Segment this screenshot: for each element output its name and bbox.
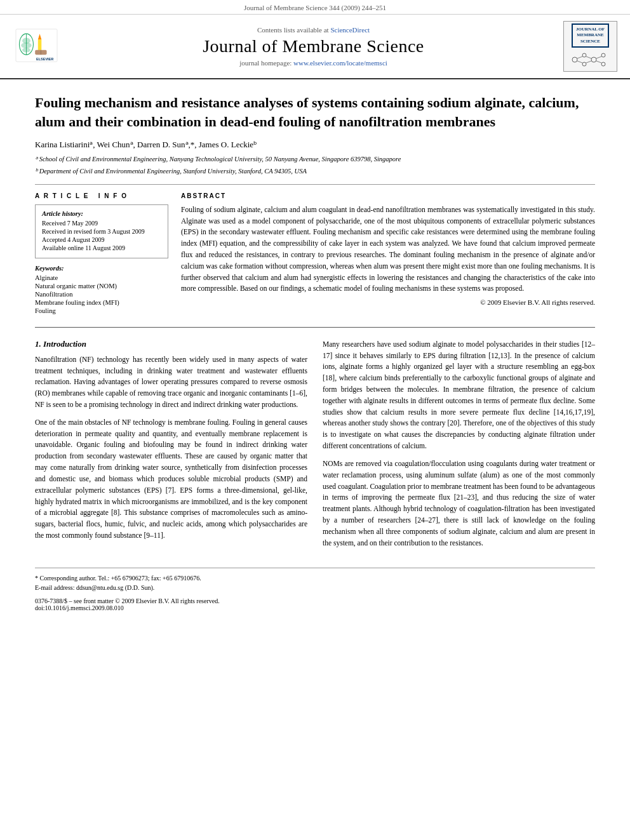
- body-left-col: 1. Introduction Nanofiltration (NF) tech…: [35, 339, 307, 556]
- svg-text:ELSEVIER: ELSEVIER: [36, 57, 53, 61]
- contents-prefix: Contents lists available at: [257, 26, 330, 34]
- elsevier-logo: ELSEVIER: [13, 28, 64, 65]
- intro-p2: One of the main obstacles of NF technolo…: [35, 417, 307, 542]
- keyword-5: Fouling: [35, 307, 168, 314]
- right-column: ABSTRACT Fouling of sodium alginate, cal…: [181, 192, 595, 316]
- svg-point-14: [591, 57, 596, 62]
- body-divider: [35, 327, 595, 328]
- journal-header: ELSEVIER Contents lists available at Sci…: [0, 15, 630, 79]
- keyword-3: Nanofiltration: [35, 291, 168, 298]
- svg-point-16: [601, 62, 605, 66]
- journal-homepage: journal homepage: www.elsevier.com/locat…: [64, 59, 563, 67]
- article-info-header: A R T I C L E I N F O: [35, 192, 168, 199]
- keyword-2: Natural organic matter (NOM): [35, 283, 168, 290]
- affiliation-a: ᵃ School of Civil and Environmental Engi…: [35, 155, 595, 164]
- intro-p1: Nanofiltration (NF) technology has recen…: [35, 354, 307, 411]
- left-column: A R T I C L E I N F O Article history: R…: [35, 192, 168, 316]
- footnote-star-text: * Corresponding author. Tel.: +65 679062…: [35, 573, 595, 583]
- footnote-section: * Corresponding author. Tel.: +65 679062…: [35, 568, 595, 592]
- issn-line: 0376-7388/$ – see front matter © 2009 El…: [35, 597, 595, 604]
- homepage-prefix: journal homepage:: [239, 59, 293, 67]
- authors-line: Karina Listiariniᵃ, Wei Chunᵃ, Darren D.…: [35, 140, 595, 150]
- journal-logo-right: journal of MEMBRANE SCIENCE: [563, 21, 617, 72]
- online-date: Available online 11 August 2009: [42, 244, 161, 251]
- journal-title: Journal of Membrane Science: [64, 36, 563, 57]
- svg-point-11: [572, 57, 577, 62]
- affiliation-b: ᵇ Department of Civil and Environmental …: [35, 167, 595, 177]
- svg-line-17: [577, 57, 582, 58]
- received-date: Received 7 May 2009: [42, 220, 161, 227]
- svg-rect-6: [38, 39, 42, 50]
- footnote-email: E-mail address: ddsun@ntu.edu.sg (D.D. S…: [35, 583, 595, 592]
- paper-content: Fouling mechanism and resistance analyse…: [0, 93, 630, 611]
- keyword-1: Alginate: [35, 274, 168, 281]
- bottom-issn: 0376-7388/$ – see front matter © 2009 El…: [35, 597, 595, 611]
- svg-point-13: [582, 62, 586, 66]
- accepted-date: Accepted 4 August 2009: [42, 236, 161, 243]
- svg-line-20: [586, 61, 591, 63]
- sciencedirect-link[interactable]: ScienceDirect: [330, 26, 370, 34]
- copyright-line: © 2009 Elsevier B.V. All rights reserved…: [181, 298, 595, 306]
- body-section: 1. Introduction Nanofiltration (NF) tech…: [35, 339, 595, 556]
- svg-marker-7: [38, 34, 42, 39]
- svg-line-22: [596, 61, 601, 63]
- top-citation-bar: Journal of Membrane Science 344 (2009) 2…: [0, 0, 630, 15]
- section1-title: 1. Introduction: [35, 339, 307, 349]
- svg-line-19: [586, 57, 591, 58]
- keywords-section: Keywords: Alginate Natural organic matte…: [35, 265, 168, 314]
- divider-1: [35, 184, 595, 185]
- logo-line2: MEMBRANE: [576, 32, 605, 38]
- logo-line3: SCIENCE: [576, 39, 605, 44]
- svg-line-18: [577, 61, 582, 63]
- homepage-link[interactable]: www.elsevier.com/locate/memsci: [293, 59, 387, 67]
- article-history-box: Article history: Received 7 May 2009 Rec…: [35, 204, 168, 258]
- svg-line-21: [596, 57, 601, 58]
- article-history-label: Article history:: [42, 210, 161, 217]
- revised-date: Received in revised form 3 August 2009: [42, 228, 161, 235]
- keywords-label: Keywords:: [35, 265, 168, 272]
- contents-line: Contents lists available at ScienceDirec…: [64, 26, 563, 34]
- logo-line1: journal of: [576, 27, 605, 32]
- svg-point-5: [22, 48, 30, 52]
- body-right-col: Many researchers have used sodium algina…: [323, 339, 595, 556]
- svg-point-15: [601, 53, 605, 57]
- info-abstract-section: A R T I C L E I N F O Article history: R…: [35, 192, 595, 316]
- keyword-4: Membrane fouling index (MFI): [35, 299, 168, 306]
- paper-title: Fouling mechanism and resistance analyse…: [35, 93, 595, 131]
- abstract-header: ABSTRACT: [181, 192, 595, 199]
- svg-point-12: [582, 53, 586, 57]
- intro-p3: Many researchers have used sodium algina…: [323, 339, 595, 452]
- doi-line: doi:10.1016/j.memsci.2009.08.010: [35, 604, 595, 611]
- intro-p4: NOMs are removed via coagulation/floccul…: [323, 458, 595, 549]
- journal-center: Contents lists available at ScienceDirec…: [64, 26, 563, 67]
- svg-point-4: [21, 42, 32, 48]
- citation-text: Journal of Membrane Science 344 (2009) 2…: [244, 4, 386, 11]
- abstract-text: Fouling of sodium alginate, calcium and …: [181, 204, 595, 295]
